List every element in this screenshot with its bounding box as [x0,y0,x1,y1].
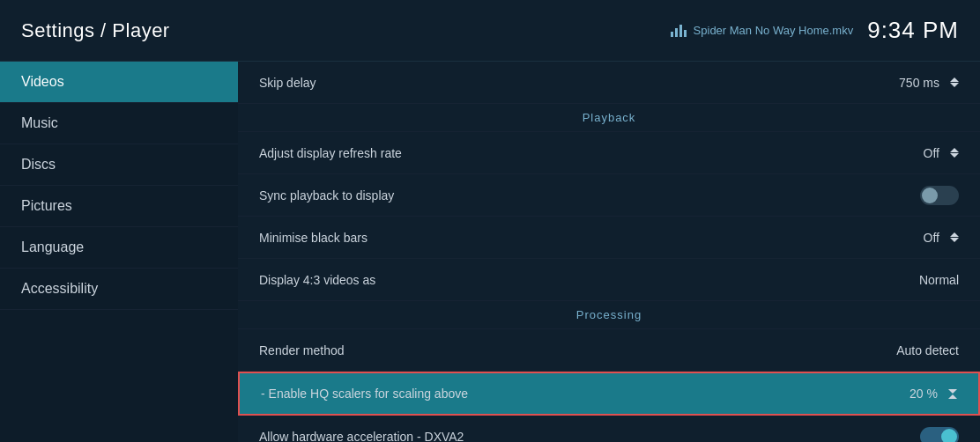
render-method-label: Render method [259,343,345,357]
body: Videos Music Discs Pictures Language Acc… [0,62,980,442]
enable-hq-scalers-value: 20 % [909,387,938,401]
adjust-display-chevrons [950,148,959,158]
display-43-row[interactable]: Display 4:3 videos as Normal [238,259,980,301]
sidebar-item-label: Accessibility [21,281,98,296]
processing-section-label: Processing [576,308,642,321]
hardware-accel-toggle[interactable] [920,427,959,443]
processing-section-header: Processing [238,301,980,329]
sidebar-item-label: Language [21,239,84,254]
adjust-display-refresh-rate-row[interactable]: Adjust display refresh rate Off [238,132,980,174]
sidebar-item-pictures[interactable]: Pictures [0,186,238,227]
render-method-row[interactable]: Render method Auto detect [238,329,980,372]
sync-playback-toggle-group [920,186,959,205]
render-method-value: Auto detect [896,343,959,357]
sync-playback-row[interactable]: Sync playback to display [238,174,980,217]
sync-playback-toggle[interactable] [920,186,959,205]
minimise-black-bars-value: Off [924,231,939,245]
clock: 9:34 PM [867,17,959,44]
hardware-accel-toggle-group [920,427,959,443]
now-playing: Spider Man No Way Home.mkv [671,24,854,37]
minimise-black-bars-value-group: Off [924,231,959,245]
sidebar-item-language[interactable]: Language [0,227,238,269]
now-playing-text: Spider Man No Way Home.mkv [694,24,854,37]
main-content: Skip delay 750 ms Playback Adjust displa… [238,62,980,442]
chevron-down-icon [948,389,957,394]
sidebar-item-videos[interactable]: Videos [0,62,238,103]
enable-hq-scalers-label: - Enable HQ scalers for scaling above [261,387,468,401]
display-43-value: Normal [919,273,959,287]
minimise-black-bars-chevrons [950,232,959,242]
sidebar-item-label: Videos [21,74,64,89]
skip-delay-row[interactable]: Skip delay 750 ms [238,62,980,104]
hardware-accel-label: Allow hardware acceleration - DXVA2 [259,430,464,443]
playback-section-label: Playback [583,111,636,124]
chevron-up-icon [950,77,959,82]
skip-delay-label: Skip delay [259,76,316,90]
display-43-label: Display 4:3 videos as [259,273,375,287]
chevron-down-icon [950,83,959,87]
chevron-down-icon [950,238,959,242]
enable-hq-scalers-row[interactable]: - Enable HQ scalers for scaling above 20… [238,372,980,416]
sidebar-item-label: Discs [21,157,56,172]
minimise-black-bars-label: Minimise black bars [259,231,368,245]
bars-icon [671,25,687,37]
toggle-knob [922,188,938,203]
sidebar-item-music[interactable]: Music [0,103,238,144]
sidebar-item-accessibility[interactable]: Accessibility [0,269,238,310]
adjust-display-refresh-label: Adjust display refresh rate [259,146,402,160]
skip-delay-value: 750 ms [899,76,939,90]
adjust-display-refresh-value-group: Off [924,146,959,160]
sidebar-item-discs[interactable]: Discs [0,144,238,186]
toggle-knob [941,429,957,443]
chevron-up-icon [950,148,959,152]
skip-delay-chevrons [950,77,959,87]
chevron-down-icon [950,153,959,158]
chevron-up-icon [950,232,959,237]
render-method-value-group: Auto detect [896,343,959,357]
display-43-value-group: Normal [919,273,959,287]
hardware-accel-row[interactable]: Allow hardware acceleration - DXVA2 [238,416,980,442]
hq-scalers-chevrons [948,389,957,399]
page-title: Settings / Player [21,19,170,42]
minimise-black-bars-row[interactable]: Minimise black bars Off [238,217,980,259]
sidebar-item-label: Pictures [21,198,72,213]
sidebar-item-label: Music [21,115,58,130]
playback-section-header: Playback [238,104,980,132]
chevron-up-icon [948,394,957,399]
skip-delay-value-group: 750 ms [899,76,959,90]
adjust-display-refresh-value: Off [924,146,939,160]
header: Settings / Player Spider Man No Way Home… [0,0,980,62]
enable-hq-scalers-value-group: 20 % [909,387,957,401]
header-right: Spider Man No Way Home.mkv 9:34 PM [671,17,959,44]
sync-playback-label: Sync playback to display [259,188,394,203]
sidebar: Videos Music Discs Pictures Language Acc… [0,62,238,442]
